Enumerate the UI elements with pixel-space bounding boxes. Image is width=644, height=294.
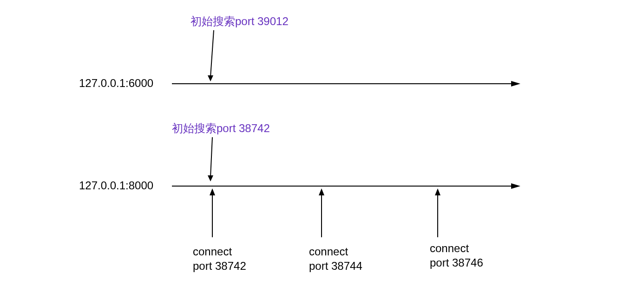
timeline-2-address: 127.0.0.1:8000 bbox=[79, 179, 153, 192]
svg-line-0 bbox=[210, 30, 214, 77]
connection-2-arrow bbox=[316, 188, 330, 240]
timeline-2-axis bbox=[172, 181, 520, 191]
connection-1-label: connect port 38742 bbox=[193, 244, 246, 273]
connection-3-line1: connect bbox=[430, 242, 469, 254]
connection-1-arrow bbox=[207, 188, 221, 240]
timeline-1-axis bbox=[172, 79, 520, 88]
svg-marker-13 bbox=[435, 188, 440, 195]
svg-marker-9 bbox=[210, 188, 215, 195]
timeline-1-initial-search-label: 初始搜索port 39012 bbox=[191, 14, 289, 29]
timeline-2-initial-search-arrow bbox=[207, 137, 221, 184]
connection-1-line1: connect bbox=[193, 245, 232, 258]
timeline-1-address: 127.0.0.1:6000 bbox=[79, 77, 153, 90]
connection-2-label: connect port 38744 bbox=[309, 244, 362, 273]
timeline-2-initial-search-label: 初始搜索port 38742 bbox=[172, 121, 270, 136]
timeline-1-initial-search-arrow bbox=[207, 30, 221, 84]
connection-1-line2: port 38742 bbox=[193, 260, 246, 272]
connection-2-line2: port 38744 bbox=[309, 260, 362, 272]
svg-marker-5 bbox=[208, 175, 213, 181]
svg-line-4 bbox=[210, 137, 212, 177]
connection-3-label: connect port 38746 bbox=[430, 241, 483, 270]
svg-marker-11 bbox=[319, 188, 324, 195]
connection-3-arrow bbox=[432, 188, 446, 240]
connection-2-line1: connect bbox=[309, 245, 348, 258]
svg-marker-3 bbox=[511, 81, 520, 87]
connection-3-line2: port 38746 bbox=[430, 256, 483, 269]
svg-marker-7 bbox=[511, 183, 520, 189]
